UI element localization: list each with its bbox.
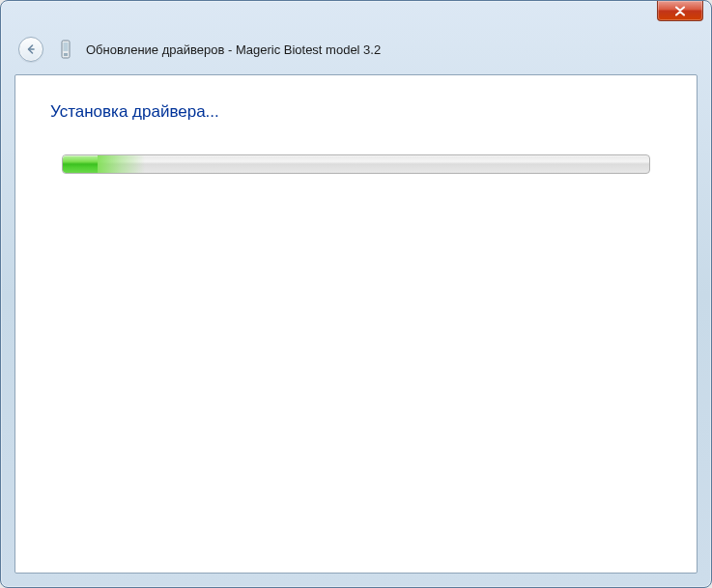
progress-fill	[63, 155, 98, 173]
dialog-window: Обновление драйверов - Mageric Biotest m…	[0, 0, 712, 588]
back-arrow-icon	[24, 42, 38, 56]
progress-glow	[98, 155, 145, 173]
window-title: Обновление драйверов - Mageric Biotest m…	[86, 42, 381, 57]
main-heading: Установка драйвера...	[15, 75, 697, 122]
titlebar	[1, 1, 711, 30]
content-panel: Установка драйвера...	[14, 74, 698, 574]
header-bar: Обновление драйверов - Mageric Biotest m…	[1, 30, 711, 69]
svg-rect-3	[64, 53, 68, 56]
close-button[interactable]	[657, 1, 703, 21]
back-button[interactable]	[18, 37, 43, 62]
progress-bar	[62, 154, 650, 174]
device-icon	[57, 39, 74, 60]
close-icon	[674, 6, 686, 16]
svg-rect-2	[64, 42, 69, 51]
